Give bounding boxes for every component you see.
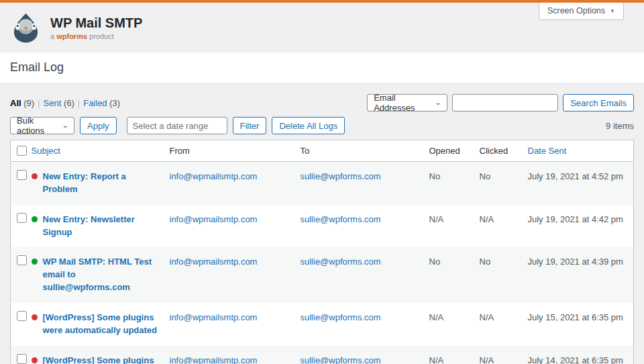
table-row: [WordPress] Some plugins were automatica… [11,303,634,346]
row-checkbox[interactable] [17,170,27,180]
filter-views: All (9)|Sent (6)|Failed (3) [10,98,120,108]
table-header-row: Subject From To Opened Clicked Date Sent [11,140,634,162]
bulk-actions-group: Bulk actions ⌄ Apply Filter Delete All L… [10,117,345,134]
column-header-opened: Opened [429,140,480,162]
row-checkbox[interactable] [17,213,27,223]
plugin-title: WP Mail SMTP [50,15,142,30]
date-sent-value: July 14, 2021 at 6:35 pm [528,346,634,364]
from-link[interactable]: info@wpmailsmtp.com [170,312,258,322]
toolbar-bottom: Bulk actions ⌄ Apply Filter Delete All L… [10,117,634,134]
subject-link[interactable]: [WordPress] Some plugins were automatica… [43,312,159,337]
bulk-actions-selected-option: Bulk actions [17,116,53,136]
opened-value: No [429,247,480,303]
column-header-subject[interactable]: Subject [32,146,60,156]
to-link[interactable]: sullie@wpforms.com [301,171,381,181]
row-checkbox[interactable] [17,255,27,265]
status-dot [32,357,38,363]
page-title-bar: Email Log [0,52,644,84]
from-link[interactable]: info@wpmailsmtp.com [170,171,258,181]
opened-value: No [429,162,480,205]
search-by-select[interactable]: Email Addresses ⌄ [367,94,447,111]
status-dot [32,216,38,222]
select-all-checkbox[interactable] [17,146,27,156]
tagline-suffix: product [89,32,114,40]
subject-link[interactable]: New Entry: Newsletter Signup [43,214,159,239]
subject-link[interactable]: [WordPress] Some plugins were automatica… [43,355,159,364]
table-row: New Entry: Report a Problem info@wpmails… [11,162,634,205]
status-dot [32,314,38,320]
plugin-title-block: WP Mail SMTP a wpforms product [50,15,142,40]
status-dot [32,259,38,265]
column-header-from: From [170,140,301,162]
bulk-actions-select[interactable]: Bulk actions ⌄ [10,117,74,134]
search-by-selected-option: Email Addresses [374,93,426,113]
chevron-down-icon: ⌄ [61,122,68,129]
chevron-down-icon: ▼ [610,8,615,14]
clicked-value: N/A [480,303,528,346]
page-title: Email Log [10,60,634,75]
opened-value: N/A [429,346,480,364]
from-link[interactable]: info@wpmailsmtp.com [170,214,258,224]
chevron-down-icon: ⌄ [435,99,442,106]
search-group: Email Addresses ⌄ Search Emails [367,94,634,111]
opened-value: N/A [429,205,480,248]
toolbar-top: All (9)|Sent (6)|Failed (3) Email Addres… [10,94,634,111]
search-input[interactable] [452,94,558,111]
tagline-prefix: a [50,32,54,40]
date-range-input[interactable] [127,117,227,134]
date-filter-group: Filter Delete All Logs [127,117,345,134]
wp-mail-smtp-logo-icon [10,12,42,44]
view-all-link[interactable]: All (9) [10,98,34,108]
row-checkbox[interactable] [17,354,27,364]
view-separator: | [78,98,80,108]
wpforms-brand: wpforms [56,32,87,40]
column-header-date-sent[interactable]: Date Sent [528,146,567,156]
search-emails-button[interactable]: Search Emails [563,94,634,111]
filter-button[interactable]: Filter [233,117,267,134]
clicked-value: N/A [480,346,528,364]
opened-value: N/A [429,303,480,346]
clicked-value: N/A [480,205,528,248]
to-link[interactable]: sullie@wpforms.com [301,355,381,364]
date-sent-value: July 19, 2021 at 4:39 pm [528,247,634,303]
to-link[interactable]: sullie@wpforms.com [301,257,381,267]
email-log-content: All (9)|Sent (6)|Failed (3) Email Addres… [0,84,644,364]
screen-options-button[interactable]: Screen Options ▼ [539,3,624,20]
clicked-value: No [480,162,528,205]
delete-all-logs-button[interactable]: Delete All Logs [272,117,345,134]
subject-link[interactable]: New Entry: Report a Problem [43,171,159,196]
table-row: WP Mail SMTP: HTML Test email to sullie@… [11,247,634,303]
email-log-table: Subject From To Opened Clicked Date Sent… [10,140,634,364]
to-link[interactable]: sullie@wpforms.com [301,214,381,224]
from-link[interactable]: info@wpmailsmtp.com [170,355,258,364]
date-sent-value: July 19, 2021 at 4:52 pm [528,162,634,205]
table-row: [WordPress] Some plugins were automatica… [11,346,634,364]
table-row: New Entry: Newsletter Signup info@wpmail… [11,205,634,248]
plugin-tagline: a wpforms product [50,32,142,40]
column-header-clicked: Clicked [480,140,528,162]
column-header-to: To [301,140,429,162]
view-failed-link[interactable]: Failed (3) [83,98,120,108]
from-link[interactable]: info@wpmailsmtp.com [170,257,258,267]
view-sent-link[interactable]: Sent (6) [44,98,74,108]
items-count: 9 items [606,121,634,131]
view-separator: | [38,98,40,108]
screen-options-label: Screen Options [547,6,605,15]
date-sent-value: July 19, 2021 at 4:42 pm [528,205,634,248]
to-link[interactable]: sullie@wpforms.com [301,312,381,322]
clicked-value: No [480,247,528,303]
date-sent-value: July 15, 2021 at 6:35 pm [528,303,634,346]
row-checkbox[interactable] [17,311,27,321]
apply-button[interactable]: Apply [80,117,117,134]
status-dot [32,173,38,179]
subject-link[interactable]: WP Mail SMTP: HTML Test email to sullie@… [43,256,159,294]
